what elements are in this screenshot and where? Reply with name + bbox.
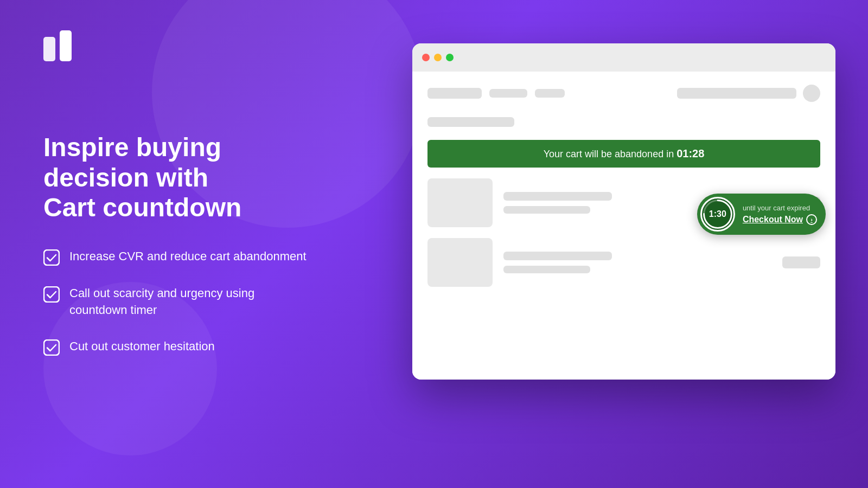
product-subtitle-2-skel: [503, 266, 590, 273]
features-list: Increase CVR and reduce cart abandonment…: [43, 248, 315, 356]
svg-rect-3: [44, 287, 59, 302]
nav-logo-skel: [427, 88, 482, 99]
check-icon-1: [43, 249, 60, 266]
feature-item-3: Cut out customer hesitation: [43, 338, 315, 356]
check-icon-3: [43, 339, 60, 356]
product-subtitle-1-skel: [503, 206, 590, 214]
widget-label: until your cart expired: [743, 204, 817, 212]
nav-link-1-skel: [489, 89, 527, 98]
product-thumb-2: [427, 238, 493, 287]
traffic-light-maximize[interactable]: [446, 54, 454, 61]
browser-mockup: Your cart will be abandoned in 01:28: [412, 43, 835, 380]
nav-link-2-skel: [535, 89, 565, 98]
product-rows: 1:30 until your cart expired Checkout No…: [427, 178, 820, 367]
nav-skeleton: [427, 85, 820, 102]
countdown-time: 01:28: [676, 147, 704, 159]
left-panel: Inspire buying decision with Cart countd…: [43, 0, 315, 488]
checkout-arrow-icon: ›: [806, 214, 817, 225]
feature-item-1: Increase CVR and reduce cart abandonment: [43, 248, 315, 266]
nav-right: [677, 85, 820, 102]
countdown-banner: Your cart will be abandoned in 01:28: [427, 140, 820, 168]
traffic-light-close[interactable]: [422, 54, 430, 61]
svg-rect-2: [44, 250, 59, 265]
timer-display: 1:30: [709, 209, 726, 219]
nav-left: [427, 88, 565, 99]
browser-titlebar: [412, 43, 835, 72]
svg-rect-4: [44, 340, 59, 355]
page-title-skel: [427, 117, 514, 127]
headline: Inspire buying decision with Cart countd…: [43, 132, 315, 222]
widget-text: until your cart expired Checkout Now ›: [738, 200, 826, 229]
browser-content: Your cart will be abandoned in 01:28: [412, 72, 835, 380]
traffic-light-minimize[interactable]: [434, 54, 442, 61]
product-row-2: [427, 238, 820, 287]
product-title-1-skel: [503, 192, 612, 201]
cart-countdown-widget[interactable]: 1:30 until your cart expired Checkout No…: [697, 194, 826, 235]
product-row-1: 1:30 until your cart expired Checkout No…: [427, 178, 820, 227]
product-info-2: [503, 252, 771, 273]
product-thumb-1: [427, 178, 493, 227]
nav-avatar-skel: [803, 85, 820, 102]
widget-cta[interactable]: Checkout Now ›: [743, 214, 817, 225]
feature-item-2: Call out scarcity and urgency using coun…: [43, 285, 315, 319]
nav-search-skel: [677, 88, 796, 99]
product-price-2-skel: [782, 256, 820, 268]
check-icon-2: [43, 286, 60, 303]
timer-circle: 1:30: [700, 197, 735, 232]
product-title-2-skel: [503, 252, 612, 260]
